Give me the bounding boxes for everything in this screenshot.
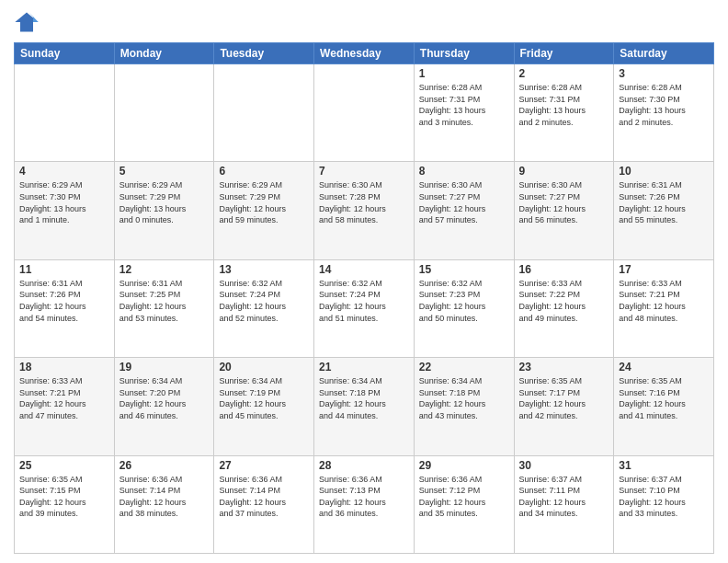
calendar-day-cell: 21Sunrise: 6:34 AM Sunset: 7:18 PM Dayli… [314, 358, 415, 455]
logo-icon [14, 9, 40, 35]
day-of-week-header: Wednesday [314, 43, 415, 64]
day-info: Sunrise: 6:36 AM Sunset: 7:14 PM Dayligh… [119, 474, 210, 520]
day-number: 20 [219, 361, 309, 373]
day-number: 4 [19, 165, 109, 178]
day-info: Sunrise: 6:31 AM Sunset: 7:26 PM Dayligh… [19, 278, 109, 324]
calendar-day-cell: 5Sunrise: 6:29 AM Sunset: 7:29 PM Daylig… [114, 162, 214, 259]
day-info: Sunrise: 6:30 AM Sunset: 7:28 PM Dayligh… [319, 179, 409, 225]
day-number: 14 [319, 263, 409, 276]
calendar-day-cell: 6Sunrise: 6:29 AM Sunset: 7:29 PM Daylig… [214, 162, 314, 259]
day-info: Sunrise: 6:28 AM Sunset: 7:30 PM Dayligh… [619, 82, 709, 128]
day-info: Sunrise: 6:29 AM Sunset: 7:30 PM Dayligh… [19, 179, 109, 225]
calendar-week-row: 11Sunrise: 6:31 AM Sunset: 7:26 PM Dayli… [15, 259, 714, 357]
day-number: 6 [219, 165, 309, 178]
day-number: 8 [419, 165, 509, 178]
calendar-week-row: 4Sunrise: 6:29 AM Sunset: 7:30 PM Daylig… [15, 162, 714, 259]
day-info: Sunrise: 6:31 AM Sunset: 7:25 PM Dayligh… [119, 278, 210, 324]
day-number: 1 [419, 67, 509, 80]
calendar-week-row: 1Sunrise: 6:28 AM Sunset: 7:31 PM Daylig… [15, 64, 714, 162]
calendar-day-cell: 14Sunrise: 6:32 AM Sunset: 7:24 PM Dayli… [314, 259, 415, 357]
page: SundayMondayTuesdayWednesdayThursdayFrid… [0, 0, 728, 563]
day-info: Sunrise: 6:29 AM Sunset: 7:29 PM Dayligh… [119, 179, 210, 225]
day-number: 22 [419, 361, 509, 373]
day-info: Sunrise: 6:37 AM Sunset: 7:11 PM Dayligh… [519, 474, 609, 520]
calendar-day-cell: 26Sunrise: 6:36 AM Sunset: 7:14 PM Dayli… [114, 455, 214, 553]
calendar-day-cell: 30Sunrise: 6:37 AM Sunset: 7:11 PM Dayli… [514, 455, 614, 553]
calendar-day-cell: 31Sunrise: 6:37 AM Sunset: 7:10 PM Dayli… [614, 455, 714, 553]
calendar-day-cell [15, 64, 115, 162]
header [14, 9, 714, 35]
day-of-week-header: Saturday [614, 43, 714, 64]
day-number: 21 [319, 361, 409, 373]
day-number: 23 [519, 361, 609, 373]
day-info: Sunrise: 6:36 AM Sunset: 7:13 PM Dayligh… [319, 474, 409, 520]
calendar-day-cell [214, 64, 314, 162]
day-number: 12 [119, 263, 210, 276]
day-number: 28 [319, 459, 409, 472]
calendar-day-cell: 19Sunrise: 6:34 AM Sunset: 7:20 PM Dayli… [114, 358, 214, 455]
calendar-day-cell: 1Sunrise: 6:28 AM Sunset: 7:31 PM Daylig… [414, 64, 514, 162]
day-info: Sunrise: 6:29 AM Sunset: 7:29 PM Dayligh… [219, 179, 309, 225]
calendar-day-cell: 23Sunrise: 6:35 AM Sunset: 7:17 PM Dayli… [514, 358, 614, 455]
calendar-day-cell: 27Sunrise: 6:36 AM Sunset: 7:14 PM Dayli… [214, 455, 314, 553]
day-of-week-header: Monday [114, 43, 214, 64]
calendar-day-cell: 22Sunrise: 6:34 AM Sunset: 7:18 PM Dayli… [414, 358, 514, 455]
calendar-week-row: 18Sunrise: 6:33 AM Sunset: 7:21 PM Dayli… [15, 358, 714, 455]
calendar-body: 1Sunrise: 6:28 AM Sunset: 7:31 PM Daylig… [15, 64, 714, 554]
calendar-day-cell: 28Sunrise: 6:36 AM Sunset: 7:13 PM Dayli… [314, 455, 415, 553]
day-of-week-header: Tuesday [214, 43, 314, 64]
day-info: Sunrise: 6:33 AM Sunset: 7:21 PM Dayligh… [19, 375, 109, 421]
day-number: 29 [419, 459, 509, 472]
day-info: Sunrise: 6:28 AM Sunset: 7:31 PM Dayligh… [519, 82, 609, 128]
calendar-day-cell: 29Sunrise: 6:36 AM Sunset: 7:12 PM Dayli… [414, 455, 514, 553]
day-number: 10 [619, 165, 709, 178]
day-number: 31 [619, 459, 709, 472]
day-info: Sunrise: 6:28 AM Sunset: 7:31 PM Dayligh… [419, 82, 509, 128]
day-info: Sunrise: 6:37 AM Sunset: 7:10 PM Dayligh… [619, 474, 709, 520]
calendar-day-cell: 13Sunrise: 6:32 AM Sunset: 7:24 PM Dayli… [214, 259, 314, 357]
day-info: Sunrise: 6:32 AM Sunset: 7:23 PM Dayligh… [419, 278, 509, 324]
calendar-week-row: 25Sunrise: 6:35 AM Sunset: 7:15 PM Dayli… [15, 455, 714, 553]
calendar-day-cell: 25Sunrise: 6:35 AM Sunset: 7:15 PM Dayli… [15, 455, 115, 553]
day-number: 15 [419, 263, 509, 276]
day-number: 17 [619, 263, 709, 276]
day-number: 3 [619, 67, 709, 80]
day-of-week-header: Thursday [414, 43, 514, 64]
calendar-day-cell [314, 64, 415, 162]
day-number: 5 [119, 165, 210, 178]
day-info: Sunrise: 6:35 AM Sunset: 7:16 PM Dayligh… [619, 375, 709, 421]
day-number: 19 [119, 361, 210, 373]
day-number: 27 [219, 459, 309, 472]
day-info: Sunrise: 6:34 AM Sunset: 7:19 PM Dayligh… [219, 375, 309, 421]
day-info: Sunrise: 6:35 AM Sunset: 7:15 PM Dayligh… [19, 474, 109, 520]
day-info: Sunrise: 6:31 AM Sunset: 7:26 PM Dayligh… [619, 179, 709, 225]
day-info: Sunrise: 6:36 AM Sunset: 7:12 PM Dayligh… [419, 474, 509, 520]
calendar-day-cell: 11Sunrise: 6:31 AM Sunset: 7:26 PM Dayli… [15, 259, 115, 357]
day-of-week-header: Friday [514, 43, 614, 64]
calendar-day-cell: 24Sunrise: 6:35 AM Sunset: 7:16 PM Dayli… [614, 358, 714, 455]
calendar-day-cell: 16Sunrise: 6:33 AM Sunset: 7:22 PM Dayli… [514, 259, 614, 357]
calendar-day-cell: 18Sunrise: 6:33 AM Sunset: 7:21 PM Dayli… [15, 358, 115, 455]
day-number: 25 [19, 459, 109, 472]
day-number: 26 [119, 459, 210, 472]
calendar-day-cell [114, 64, 214, 162]
day-info: Sunrise: 6:34 AM Sunset: 7:20 PM Dayligh… [119, 375, 210, 421]
day-info: Sunrise: 6:33 AM Sunset: 7:22 PM Dayligh… [519, 278, 609, 324]
day-info: Sunrise: 6:36 AM Sunset: 7:14 PM Dayligh… [219, 474, 309, 520]
day-info: Sunrise: 6:30 AM Sunset: 7:27 PM Dayligh… [419, 179, 509, 225]
calendar-day-cell: 3Sunrise: 6:28 AM Sunset: 7:30 PM Daylig… [614, 64, 714, 162]
calendar-day-cell: 17Sunrise: 6:33 AM Sunset: 7:21 PM Dayli… [614, 259, 714, 357]
header-row: SundayMondayTuesdayWednesdayThursdayFrid… [15, 43, 714, 64]
day-info: Sunrise: 6:32 AM Sunset: 7:24 PM Dayligh… [319, 278, 409, 324]
calendar-day-cell: 2Sunrise: 6:28 AM Sunset: 7:31 PM Daylig… [514, 64, 614, 162]
calendar-day-cell: 8Sunrise: 6:30 AM Sunset: 7:27 PM Daylig… [414, 162, 514, 259]
day-number: 11 [19, 263, 109, 276]
calendar-day-cell: 15Sunrise: 6:32 AM Sunset: 7:23 PM Dayli… [414, 259, 514, 357]
calendar-day-cell: 7Sunrise: 6:30 AM Sunset: 7:28 PM Daylig… [314, 162, 415, 259]
day-info: Sunrise: 6:34 AM Sunset: 7:18 PM Dayligh… [419, 375, 509, 421]
day-of-week-header: Sunday [15, 43, 115, 64]
calendar-table: SundayMondayTuesdayWednesdayThursdayFrid… [14, 42, 714, 554]
calendar-header: SundayMondayTuesdayWednesdayThursdayFrid… [15, 43, 714, 64]
day-info: Sunrise: 6:34 AM Sunset: 7:18 PM Dayligh… [319, 375, 409, 421]
day-number: 24 [619, 361, 709, 373]
